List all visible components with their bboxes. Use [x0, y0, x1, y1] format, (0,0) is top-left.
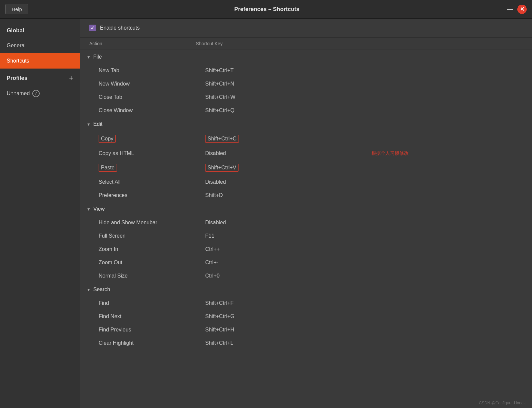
action-cell: Copy as HTML — [80, 146, 187, 160]
table-row[interactable]: Find NextShift+Ctrl+G — [80, 310, 532, 323]
table-row[interactable]: PreferencesShift+D — [80, 189, 532, 202]
annotation-text — [365, 179, 371, 185]
key-cell: Shift+Ctrl+G — [187, 310, 346, 323]
table-row[interactable]: Copy as HTMLDisabled根据个人习惯修改 — [80, 146, 532, 160]
annotation-cell — [346, 216, 532, 229]
group-arrow: ▼ — [87, 207, 91, 212]
key-cell: Disabled — [187, 146, 346, 160]
annotation-text — [365, 273, 371, 279]
sidebar-section-global: Global — [0, 21, 80, 38]
watermark: CSDN @Configure-Handle — [479, 401, 527, 405]
action-cell: Paste — [80, 160, 187, 175]
add-profile-button[interactable]: + — [69, 75, 73, 82]
key-cell: Shift+Ctrl+W — [187, 91, 346, 104]
annotation-text — [365, 193, 371, 198]
key-cell: Shift+Ctrl+Q — [187, 104, 346, 117]
table-row[interactable]: FindShift+Ctrl+F — [80, 297, 532, 310]
annotation-text: 根据个人习惯修改 — [365, 150, 409, 156]
annotation-cell — [346, 297, 532, 310]
annotation-cell — [346, 323, 532, 336]
key-cell: Shift+D — [187, 189, 346, 202]
action-cell: Zoom In — [80, 243, 187, 256]
annotation-cell — [346, 64, 532, 77]
annotation-text — [365, 247, 371, 252]
enable-shortcuts-checkbox[interactable] — [89, 25, 96, 31]
annotation-cell — [346, 104, 532, 117]
action-cell: Copy — [80, 131, 187, 146]
main-layout: Global General Shortcuts Profiles + Unna… — [0, 19, 532, 408]
enable-shortcuts-label: Enable shortcuts — [100, 25, 140, 31]
col-action: Action — [80, 38, 187, 50]
table-row[interactable]: New WindowShift+Ctrl+N — [80, 77, 532, 91]
action-cell: New Window — [80, 77, 187, 91]
key-cell: Shift+Ctrl+F — [187, 297, 346, 310]
table-row[interactable]: Close WindowShift+Ctrl+Q — [80, 104, 532, 117]
annotation-cell: 根据个人习惯修改 — [346, 146, 532, 160]
annotation-text — [365, 260, 371, 265]
key-cell: Disabled — [187, 175, 346, 189]
annotation-cell — [346, 310, 532, 323]
annotation-text — [365, 81, 371, 87]
action-cell: Normal Size — [80, 269, 187, 283]
annotation-cell — [346, 189, 532, 202]
col-extra — [346, 38, 532, 50]
action-cell: Find Previous — [80, 323, 187, 336]
table-row[interactable]: CopyShift+Ctrl+C — [80, 131, 532, 146]
table-row[interactable]: Close TabShift+Ctrl+W — [80, 91, 532, 104]
group-row: ▼Search — [80, 283, 532, 297]
help-button[interactable]: Help — [5, 4, 28, 14]
annotation-text — [365, 301, 371, 306]
minimize-button[interactable]: — — [505, 5, 515, 14]
profile-name: Unnamed — [7, 91, 30, 97]
group-row: ▼View — [80, 202, 532, 216]
action-cell: Close Window — [80, 104, 187, 117]
annotation-cell — [346, 229, 532, 243]
key-cell: Shift+Ctrl+H — [187, 323, 346, 336]
annotation-cell — [346, 269, 532, 283]
sidebar-item-shortcuts[interactable]: Shortcuts — [0, 53, 80, 69]
table-row[interactable]: Clear HighlightShift+Ctrl+L — [80, 336, 532, 350]
profiles-label: Profiles — [7, 75, 27, 82]
shortcuts-table: Action Shortcut Key ▼FileNew TabShift+Ct… — [80, 38, 532, 350]
table-row[interactable]: PasteShift+Ctrl+V — [80, 160, 532, 175]
action-cell: Full Screen — [80, 229, 187, 243]
table-row[interactable]: Hide and Show MenubarDisabled — [80, 216, 532, 229]
table-row[interactable]: Full ScreenF11 — [80, 229, 532, 243]
sidebar-section-profiles: Profiles + — [0, 69, 80, 86]
table-row[interactable]: Normal SizeCtrl+0 — [80, 269, 532, 283]
shortcuts-table-wrapper[interactable]: Action Shortcut Key ▼FileNew TabShift+Ct… — [80, 38, 532, 408]
table-row[interactable]: Zoom OutCtrl+- — [80, 256, 532, 269]
annotation-cell — [346, 336, 532, 350]
annotation-cell — [346, 256, 532, 269]
annotation-text — [365, 327, 371, 332]
action-cell: Select All — [80, 175, 187, 189]
sidebar-item-general[interactable]: General — [0, 38, 80, 53]
key-cell: F11 — [187, 229, 346, 243]
action-cell: Clear Highlight — [80, 336, 187, 350]
annotation-text — [365, 220, 371, 225]
key-cell: Ctrl+0 — [187, 269, 346, 283]
key-cell: Shift+Ctrl+N — [187, 77, 346, 91]
annotation-cell — [346, 243, 532, 256]
key-cell: Shift+Ctrl+T — [187, 64, 346, 77]
table-row[interactable]: New TabShift+Ctrl+T — [80, 64, 532, 77]
sidebar-item-unnamed[interactable]: Unnamed ✓ — [0, 86, 80, 101]
annotation-cell — [346, 175, 532, 189]
annotation-text — [365, 108, 371, 113]
annotation-cell — [346, 131, 532, 146]
action-highlighted: Copy — [99, 135, 116, 143]
key-cell: Ctrl+- — [187, 256, 346, 269]
window-title: Preferences – Shortcuts — [28, 6, 505, 13]
table-row[interactable]: Zoom InCtrl++ — [80, 243, 532, 256]
table-row[interactable]: Select AllDisabled — [80, 175, 532, 189]
close-button[interactable]: ✕ — [517, 5, 527, 14]
action-cell: New Tab — [80, 64, 187, 77]
key-cell: Shift+Ctrl+C — [187, 131, 346, 146]
titlebar: Help Preferences – Shortcuts — ✕ — [0, 0, 532, 19]
enable-shortcuts-bar: Enable shortcuts — [80, 19, 532, 38]
table-row[interactable]: Find PreviousShift+Ctrl+H — [80, 323, 532, 336]
action-cell: Find Next — [80, 310, 187, 323]
action-cell: Find — [80, 297, 187, 310]
sidebar: Global General Shortcuts Profiles + Unna… — [0, 19, 80, 408]
group-row: ▼Edit — [80, 117, 532, 131]
